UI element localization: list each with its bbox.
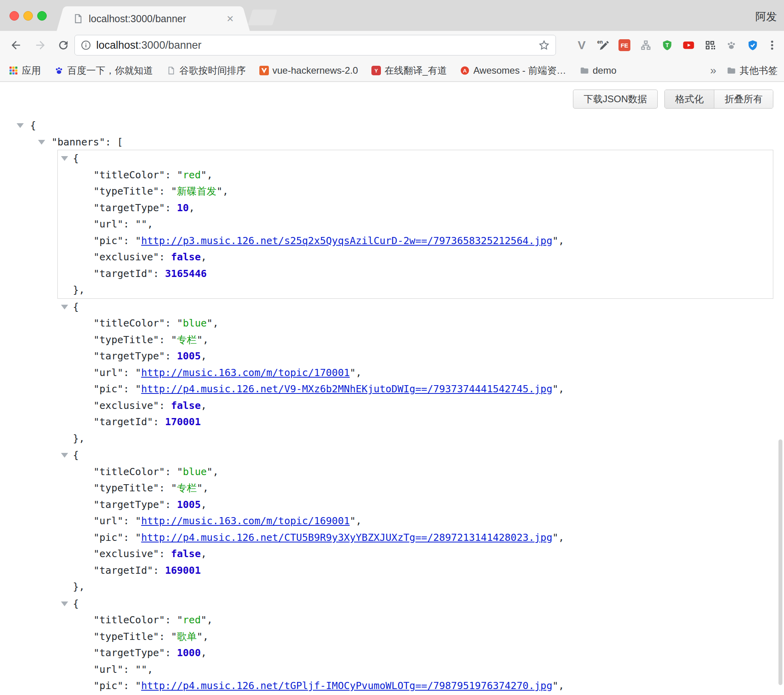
- json-token: ": [141, 218, 147, 230]
- json-line: "typeTitle": "新碟首发",: [58, 183, 773, 200]
- json-key: "exclusive": [93, 400, 159, 411]
- json-url-link[interactable]: http://music.163.com/m/topic/169001: [141, 515, 350, 527]
- scrollbar-thumb[interactable]: [778, 439, 782, 685]
- json-line: "typeTitle": "专栏",: [58, 332, 773, 348]
- minimize-window-button[interactable]: [23, 11, 33, 21]
- json-key: "typeTitle": [93, 185, 159, 197]
- json-token: :: [159, 185, 171, 197]
- json-line: },: [58, 430, 773, 447]
- json-object: {"titleColor": "blue","typeTitle": "专栏",…: [57, 298, 773, 447]
- json-token: :: [165, 350, 177, 362]
- forward-icon[interactable]: [33, 38, 48, 52]
- profile-name: 阿发: [755, 10, 777, 24]
- bookmarks-overflow-chevron[interactable]: »: [710, 64, 716, 77]
- json-number-value: 169001: [165, 565, 201, 576]
- json-token: },: [73, 581, 85, 592]
- json-key: "pic": [93, 383, 123, 395]
- back-icon[interactable]: [9, 38, 23, 52]
- json-url-link[interactable]: http://p4.music.126.net/V9-MXz6b2MNhEKju…: [141, 383, 552, 395]
- json-token: :: [153, 416, 165, 428]
- json-string-value: 歌单: [177, 631, 197, 642]
- json-key: "titleColor": [93, 169, 165, 181]
- collapse-toggle-icon[interactable]: [38, 140, 45, 145]
- shield-check-icon[interactable]: [744, 36, 761, 54]
- vimium-v-icon[interactable]: V: [573, 36, 590, 54]
- reload-icon[interactable]: [56, 38, 70, 52]
- fullscreen-window-button[interactable]: [37, 11, 47, 21]
- json-token: :: [123, 218, 135, 230]
- json-url-link[interactable]: http://p4.music.126.net/tGPljf-IMOCyPvum…: [141, 680, 552, 691]
- json-token: :: [165, 614, 177, 626]
- json-token: ": [552, 680, 558, 691]
- bookmark-item[interactable]: 应用: [9, 64, 41, 77]
- kebab-menu-icon[interactable]: [765, 38, 779, 52]
- json-url-link[interactable]: http://p4.music.126.net/CTU5B9R9y3XyYBZX…: [141, 532, 552, 543]
- bookmark-label: 百度一下，你就知道: [67, 64, 153, 77]
- fehelper-icon[interactable]: FE: [616, 36, 633, 54]
- bookmark-item[interactable]: demo: [580, 65, 617, 76]
- collapse-toggle-icon[interactable]: [17, 123, 24, 128]
- json-token: ": [135, 664, 141, 675]
- org-chart-icon[interactable]: [637, 36, 654, 54]
- json-token: ,: [201, 499, 207, 510]
- json-line: "url": "",: [58, 216, 773, 233]
- format-button[interactable]: 格式化: [665, 90, 714, 108]
- collapse-toggle-icon[interactable]: [61, 156, 68, 161]
- json-token: ": [135, 532, 141, 543]
- new-tab-button[interactable]: [248, 10, 277, 25]
- json-token: :: [165, 499, 177, 510]
- json-token: ,: [213, 317, 219, 329]
- json-token: },: [73, 284, 85, 296]
- bookmarks-list: 应用百度一下，你就知道谷歌按时间排序vue-hackernews-2.0Y在线翻…: [9, 59, 617, 81]
- collapse-toggle-icon[interactable]: [61, 601, 68, 606]
- download-json-button[interactable]: 下载JSON数据: [573, 90, 658, 109]
- json-line: {: [0, 117, 784, 134]
- json-line: "exclusive": false,: [58, 546, 773, 562]
- json-key: "titleColor": [93, 466, 165, 477]
- bookmark-item[interactable]: AAwesomes - 前端资…: [460, 64, 566, 77]
- bookmark-item[interactable]: Y在线翻译_有道: [371, 64, 447, 77]
- collapse-toggle-icon[interactable]: [61, 453, 68, 458]
- json-string-value: blue: [183, 317, 207, 329]
- json-line: },: [58, 282, 773, 298]
- json-token: ,: [558, 532, 564, 543]
- youtube-icon[interactable]: [680, 36, 697, 54]
- folder-icon: [580, 66, 589, 75]
- tab-close-icon[interactable]: ×: [221, 13, 234, 25]
- json-url-link[interactable]: http://music.163.com/m/topic/170001: [141, 367, 350, 378]
- bookmark-item[interactable]: 谷歌按时间排序: [166, 64, 246, 77]
- paw-icon[interactable]: [723, 36, 740, 54]
- json-token: :: [165, 169, 177, 181]
- json-token: ": [171, 185, 177, 197]
- other-bookmarks-folder[interactable]: 其他书签: [727, 64, 778, 77]
- browser-tab[interactable]: localhost:3000/banner ×: [65, 6, 242, 31]
- address-bar[interactable]: localhost:3000/banner: [74, 35, 556, 55]
- json-line: "pic": "http://p4.music.126.net/CTU5B9R9…: [58, 529, 773, 546]
- json-key: "targetId": [93, 565, 153, 576]
- json-token: ,: [201, 400, 207, 411]
- json-line: "pic": "http://p4.music.126.net/V9-MXz6b…: [58, 381, 773, 397]
- page-info-icon[interactable]: [80, 40, 91, 51]
- json-token: ": [197, 631, 203, 642]
- bookmark-item[interactable]: vue-hackernews-2.0: [259, 65, 358, 76]
- json-key: "exclusive": [93, 548, 159, 559]
- collapse-all-button[interactable]: 折叠所有: [714, 90, 773, 108]
- url-path: :3000/banner: [139, 39, 202, 51]
- navigation-toolbar: localhost:3000/banner VenFET: [0, 31, 784, 59]
- t-shield-icon[interactable]: T: [659, 36, 676, 54]
- bookmark-label: demo: [593, 65, 617, 76]
- json-url-link[interactable]: http://p3.music.126.net/s25q2x5QyqsAzilC…: [141, 235, 552, 246]
- bookmark-item[interactable]: 百度一下，你就知道: [54, 64, 153, 77]
- close-window-button[interactable]: [10, 11, 19, 21]
- json-boolean-value: false: [171, 251, 201, 263]
- json-key: "typeTitle": [93, 334, 159, 346]
- json-key: "pic": [93, 680, 123, 691]
- qr-code-icon[interactable]: [702, 36, 718, 54]
- json-line: "titleColor": "blue",: [58, 315, 773, 332]
- json-token: ": [177, 466, 183, 477]
- bookmark-star-icon[interactable]: [538, 39, 550, 51]
- collapse-toggle-icon[interactable]: [61, 305, 68, 309]
- translate-pen-icon[interactable]: en: [595, 36, 611, 54]
- json-token: :: [165, 202, 177, 214]
- svg-text:A: A: [463, 67, 467, 73]
